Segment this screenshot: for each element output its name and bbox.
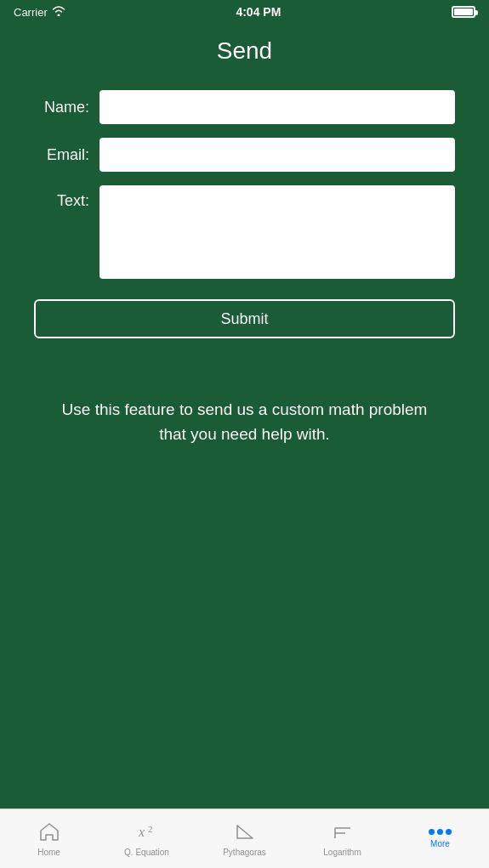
- more-dot-2: [437, 829, 443, 835]
- main-content: Name: Email: Text: Submit Use this featu…: [0, 90, 489, 808]
- more-dot-3: [446, 829, 452, 835]
- pythagoras-icon: [234, 821, 256, 845]
- name-label: Name:: [34, 99, 89, 116]
- svg-text:2: 2: [148, 824, 153, 834]
- submit-button[interactable]: Submit: [34, 299, 455, 338]
- carrier-label: Carrier: [14, 6, 48, 19]
- tab-logarithm[interactable]: Logarithm: [293, 809, 391, 868]
- battery-icon: [452, 6, 475, 18]
- svg-text:x: x: [138, 825, 145, 839]
- name-row: Name:: [34, 90, 455, 124]
- tab-pythagoras[interactable]: Pythagoras: [196, 809, 293, 868]
- q-equation-icon: x 2: [136, 821, 158, 845]
- tab-q-equation-label: Q. Equation: [124, 848, 169, 857]
- tab-more[interactable]: More: [391, 809, 489, 868]
- name-input[interactable]: [100, 90, 455, 124]
- email-input[interactable]: [100, 138, 455, 172]
- email-row: Email:: [34, 138, 455, 172]
- more-dot-1: [429, 829, 435, 835]
- wifi-icon: [52, 6, 65, 19]
- contact-form: Name: Email: Text: Submit: [34, 90, 455, 338]
- status-left: Carrier: [14, 6, 65, 19]
- home-icon: [38, 821, 60, 845]
- text-row: Text:: [34, 185, 455, 279]
- more-dots-group: [429, 829, 452, 835]
- description-text: Use this feature to send us a custom mat…: [34, 398, 455, 446]
- tab-more-label: More: [430, 839, 450, 848]
- tab-pythagoras-label: Pythagoras: [223, 848, 266, 857]
- more-icon: [429, 829, 452, 837]
- tab-home[interactable]: Home: [0, 809, 98, 868]
- logarithm-icon: [332, 821, 354, 845]
- status-bar: Carrier 4:04 PM: [0, 0, 489, 24]
- page-title: Send: [0, 24, 489, 90]
- text-input[interactable]: [100, 185, 455, 279]
- tab-home-label: Home: [37, 848, 60, 857]
- email-label: Email:: [34, 146, 89, 164]
- tab-q-equation[interactable]: x 2 Q. Equation: [98, 809, 196, 868]
- status-time: 4:04 PM: [236, 5, 281, 19]
- tab-logarithm-label: Logarithm: [323, 848, 361, 857]
- tab-bar: Home x 2 Q. Equation Pythagoras Lo: [0, 808, 489, 868]
- status-right: [452, 6, 475, 18]
- text-label: Text:: [34, 185, 89, 210]
